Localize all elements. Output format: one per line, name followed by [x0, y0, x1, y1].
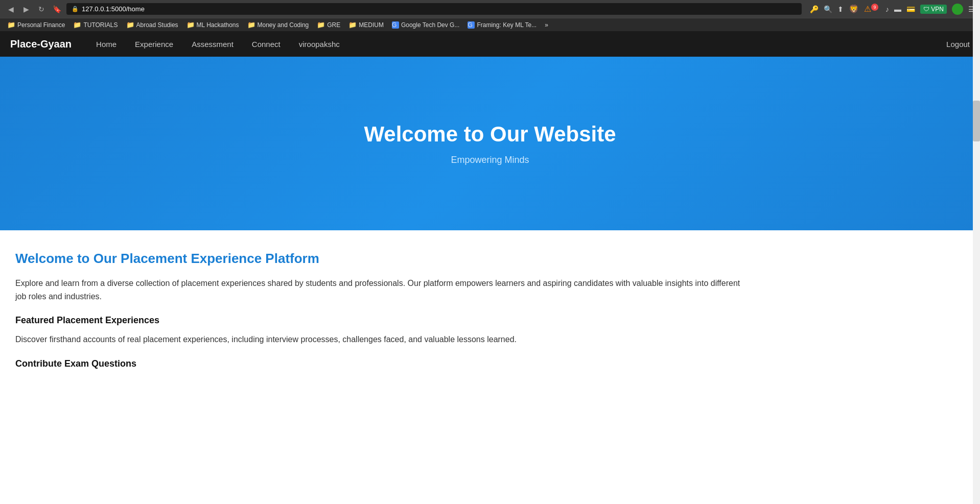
folder-icon: 📁 — [348, 21, 357, 29]
bookmark-label: Personal Finance — [17, 21, 65, 29]
browser-chrome: ◀ ▶ ↻ 🔖 🔒 127.0.0.1:5000/home 🔑 🔍 ⬆ 🦁 ⚠ … — [0, 0, 980, 31]
back-button[interactable]: ◀ — [5, 4, 16, 15]
bookmark-label: Money and Coding — [258, 21, 309, 29]
bookmark-label: ML Hackathons — [197, 21, 239, 29]
nav-home[interactable]: Home — [87, 31, 126, 57]
share-icon[interactable]: ⬆ — [837, 5, 844, 13]
wallet-icon[interactable]: 💳 — [906, 5, 915, 13]
folder-icon: 📁 — [186, 21, 195, 29]
site-favicon: G — [468, 21, 475, 29]
bookmark-google-tech[interactable]: G Google Tech Dev G... — [389, 20, 463, 30]
refresh-button[interactable]: ↻ — [36, 4, 47, 15]
bookmark-label: TUTORIALS — [83, 21, 118, 29]
nav-assessment[interactable]: Assessment — [182, 31, 243, 57]
bookmark-label: MEDIUM — [359, 21, 384, 29]
key-icon[interactable]: 🔑 — [810, 5, 819, 13]
notification-badge: 9 — [871, 4, 878, 11]
bookmark-label: Framing: Key ML Te... — [477, 21, 536, 29]
bookmark-tutorials[interactable]: 📁 TUTORIALS — [70, 20, 121, 30]
site-navigation: Place-Gyaan Home Experience Assessment C… — [0, 31, 980, 57]
layout-icon[interactable]: ▬ — [894, 5, 901, 13]
nav-connect[interactable]: Connect — [243, 31, 290, 57]
bookmark-gre[interactable]: 📁 GRE — [314, 20, 343, 30]
bookmarks-overflow[interactable]: » — [542, 20, 551, 30]
vpn-badge[interactable]: 🛡 VPN — [920, 5, 947, 14]
main-content: Welcome to Our Placement Experience Plat… — [0, 230, 766, 397]
featured-text: Discover firsthand accounts of real plac… — [15, 333, 751, 346]
brave-icon: 🦁 — [849, 4, 859, 14]
folder-icon: 📁 — [73, 21, 81, 29]
bookmark-personal-finance[interactable]: 📁 Personal Finance — [4, 20, 68, 30]
overflow-label: » — [545, 21, 548, 29]
bookmark-ml-hackathons[interactable]: 📁 ML Hackathons — [183, 20, 242, 30]
profile-avatar[interactable] — [952, 4, 963, 15]
bookmark-framing-ml[interactable]: G Framing: Key ML Te... — [464, 20, 540, 30]
main-section-title: Welcome to Our Placement Experience Plat… — [15, 251, 751, 267]
scrollbar-thumb[interactable] — [973, 101, 980, 141]
url-text: 127.0.0.1:5000/home — [82, 5, 145, 13]
bookmark-label: Abroad Studies — [136, 21, 178, 29]
contribute-title: Contribute Exam Questions — [15, 358, 751, 369]
notification-wrapper: ⚠ 9 — [864, 4, 880, 14]
scrollbar[interactable] — [973, 0, 980, 397]
logout-link[interactable]: Logout — [946, 40, 970, 49]
nav-experience[interactable]: Experience — [126, 31, 182, 57]
zoom-icon[interactable]: 🔍 — [824, 5, 832, 13]
hero-title: Welcome to Our Website — [364, 122, 616, 147]
bookmarks-bar: 📁 Personal Finance 📁 TUTORIALS 📁 Abroad … — [0, 18, 980, 31]
site-favicon: G — [392, 21, 399, 29]
bookmark-label: GRE — [327, 21, 340, 29]
browser-toolbar: ◀ ▶ ↻ 🔖 🔒 127.0.0.1:5000/home 🔑 🔍 ⬆ 🦁 ⚠ … — [0, 0, 980, 18]
folder-icon: 📁 — [7, 21, 15, 29]
site-brand[interactable]: Place-Gyaan — [10, 38, 72, 50]
bookmark-medium[interactable]: 📁 MEDIUM — [345, 20, 387, 30]
alert-icon: ⚠ — [864, 5, 871, 13]
folder-icon: 📁 — [317, 21, 325, 29]
bookmark-label: Google Tech Dev G... — [401, 21, 460, 29]
browser-icons-right: 🔑 🔍 ⬆ 🦁 ⚠ 9 ♪ ▬ 💳 🛡 VPN ☰ — [810, 4, 975, 15]
folder-icon: 📁 — [126, 21, 134, 29]
music-icon[interactable]: ♪ — [885, 5, 889, 13]
nav-user[interactable]: viroopakshc — [290, 31, 349, 57]
lock-icon: 🔒 — [72, 6, 79, 12]
forward-button[interactable]: ▶ — [20, 4, 32, 15]
nav-links: Home Experience Assessment Connect viroo… — [87, 31, 946, 57]
featured-title: Featured Placement Experiences — [15, 315, 751, 326]
bookmark-money-and-coding[interactable]: 📁 Money and Coding — [244, 20, 312, 30]
bookmark-abroad-studies[interactable]: 📁 Abroad Studies — [123, 20, 181, 30]
address-bar[interactable]: 🔒 127.0.0.1:5000/home — [66, 3, 802, 15]
hero-section: Welcome to Our Website Empowering Minds — [0, 57, 980, 230]
folder-icon: 📁 — [247, 21, 255, 29]
hero-subtitle: Empowering Minds — [451, 155, 529, 165]
bookmark-button[interactable]: 🔖 — [51, 4, 62, 15]
main-body-text: Explore and learn from a diverse collect… — [15, 277, 751, 303]
